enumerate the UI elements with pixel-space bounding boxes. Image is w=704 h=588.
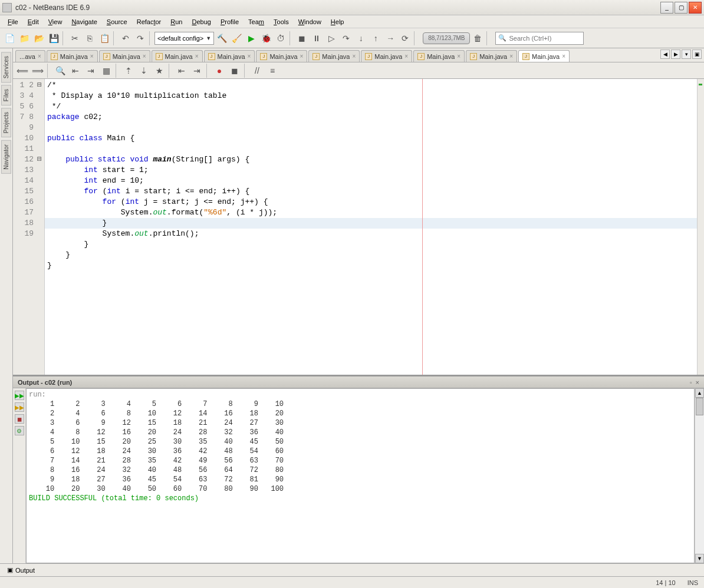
settings-button[interactable]: ⚙ bbox=[15, 426, 24, 435]
maximize-editor-button[interactable]: ▣ bbox=[692, 49, 702, 59]
apply-changes-button[interactable]: ⟳ bbox=[398, 31, 412, 45]
menu-navigate[interactable]: Navigate bbox=[67, 17, 101, 27]
output-close-icon[interactable]: × bbox=[696, 379, 699, 386]
menu-file[interactable]: File bbox=[4, 17, 22, 27]
stop-button[interactable]: ◼ bbox=[15, 414, 24, 424]
bottom-tab-output[interactable]: ▣ Output bbox=[4, 565, 38, 575]
macro-record-button[interactable]: ● bbox=[212, 64, 226, 78]
file-tab[interactable]: JMain.java× bbox=[47, 50, 98, 62]
nav-back-button[interactable]: ⟸ bbox=[15, 64, 29, 78]
file-tab[interactable]: JMain.java× bbox=[308, 50, 360, 62]
uncomment-button[interactable]: ≡ bbox=[265, 64, 279, 78]
menu-run[interactable]: Run bbox=[166, 17, 186, 27]
debug-stop-button[interactable]: ◼ bbox=[295, 31, 309, 45]
fold-icon[interactable]: ⊟ bbox=[37, 154, 42, 165]
prev-bookmark-button[interactable]: ⇡ bbox=[121, 64, 136, 78]
dock-tab-navigator[interactable]: Navigator bbox=[1, 140, 11, 174]
clean-build-button[interactable]: 🧹 bbox=[229, 31, 244, 45]
rerun-alt-button[interactable]: ▶▶ bbox=[15, 402, 24, 412]
dock-tab-services[interactable]: Services bbox=[1, 52, 11, 82]
next-bookmark-button[interactable]: ⇣ bbox=[137, 64, 151, 78]
toggle-highlight-button[interactable]: ▦ bbox=[99, 64, 113, 78]
new-file-button[interactable]: 📄 bbox=[2, 31, 17, 45]
menu-window[interactable]: Window bbox=[294, 17, 325, 27]
step-over-button[interactable]: ↷ bbox=[339, 31, 353, 45]
close-icon[interactable]: × bbox=[562, 53, 565, 60]
tab-list-button[interactable]: ▾ bbox=[682, 49, 691, 59]
new-project-button[interactable]: 📁 bbox=[17, 31, 31, 45]
find-next-button[interactable]: ⇥ bbox=[84, 64, 98, 78]
paste-button[interactable]: 📋 bbox=[97, 31, 111, 45]
scroll-thumb[interactable] bbox=[696, 398, 703, 415]
cut-button[interactable]: ✂ bbox=[68, 31, 82, 45]
file-tab[interactable]: JMain.java× bbox=[413, 50, 465, 62]
debug-continue-button[interactable]: ▷ bbox=[324, 31, 338, 45]
menu-refactor[interactable]: Refactor bbox=[133, 17, 166, 27]
shift-right-button[interactable]: ⇥ bbox=[190, 64, 204, 78]
run-to-cursor-button[interactable]: → bbox=[383, 31, 397, 45]
undo-button[interactable]: ↶ bbox=[119, 31, 133, 45]
comment-button[interactable]: // bbox=[250, 64, 264, 78]
find-selection-button[interactable]: 🔍 bbox=[53, 64, 67, 78]
config-combo[interactable]: <default config> ▼ bbox=[154, 32, 214, 45]
menu-debug[interactable]: Debug bbox=[187, 17, 215, 27]
output-minimize-icon[interactable]: ◦ bbox=[690, 379, 692, 386]
shift-left-button[interactable]: ⇤ bbox=[175, 64, 189, 78]
copy-button[interactable]: ⎘ bbox=[83, 31, 97, 45]
build-button[interactable]: 🔨 bbox=[215, 31, 229, 45]
tab-scroll-right-button[interactable]: ▶ bbox=[671, 49, 680, 59]
code-editor[interactable]: 1 2 3 4 5 6 7 8 9 10 11 12 13 14 15 16 1… bbox=[13, 79, 704, 375]
find-prev-button[interactable]: ⇤ bbox=[68, 64, 83, 78]
fold-icon[interactable]: ⊟ bbox=[37, 80, 42, 91]
close-icon[interactable]: × bbox=[195, 53, 199, 60]
file-tab[interactable]: JMain.java× bbox=[466, 50, 517, 62]
search-input[interactable] bbox=[509, 35, 581, 42]
redo-button[interactable]: ↷ bbox=[133, 31, 147, 45]
file-tab[interactable]: JMain.java× bbox=[256, 50, 307, 62]
close-icon[interactable]: × bbox=[300, 53, 304, 60]
close-icon[interactable]: × bbox=[248, 53, 251, 60]
rerun-button[interactable]: ▶▶ bbox=[15, 391, 24, 400]
debug-button[interactable]: 🐞 bbox=[259, 31, 273, 45]
output-console[interactable]: run: 1 2 3 4 5 6 7 8 9 10 2 4 6 8 10 12 … bbox=[26, 388, 695, 563]
close-icon[interactable]: × bbox=[143, 53, 146, 60]
menu-tools[interactable]: Tools bbox=[269, 17, 293, 27]
file-tab[interactable]: JMain.java× bbox=[204, 50, 255, 62]
close-icon[interactable]: × bbox=[90, 53, 94, 60]
close-icon[interactable]: × bbox=[457, 53, 460, 60]
profile-button[interactable]: ⏱ bbox=[274, 31, 288, 45]
scroll-down-icon[interactable]: ▼ bbox=[695, 554, 704, 563]
macro-stop-button[interactable]: ◼ bbox=[228, 64, 242, 78]
error-stripe[interactable] bbox=[697, 79, 704, 375]
tab-scroll-left-button[interactable]: ◀ bbox=[660, 49, 670, 59]
toggle-bookmark-button[interactable]: ★ bbox=[152, 64, 166, 78]
close-button[interactable]: ✕ bbox=[689, 2, 702, 14]
menu-source[interactable]: Source bbox=[103, 17, 131, 27]
menu-edit[interactable]: Edit bbox=[24, 17, 43, 27]
open-button[interactable]: 📂 bbox=[32, 31, 46, 45]
gc-button[interactable]: 🗑 bbox=[471, 31, 485, 45]
run-button[interactable]: ▶ bbox=[244, 31, 258, 45]
save-all-button[interactable]: 💾 bbox=[47, 31, 61, 45]
file-tab[interactable]: JMain.java× bbox=[152, 50, 203, 62]
file-tab[interactable]: JMain.java× bbox=[361, 50, 412, 62]
dock-tab-projects[interactable]: Projects bbox=[1, 108, 11, 137]
step-out-button[interactable]: ↑ bbox=[369, 31, 383, 45]
file-tab-overflow[interactable]: ...ava × bbox=[15, 50, 45, 62]
menu-team[interactable]: Team bbox=[244, 17, 268, 27]
maximize-button[interactable]: ▢ bbox=[675, 2, 687, 14]
menu-profile[interactable]: Profile bbox=[216, 17, 243, 27]
menu-view[interactable]: View bbox=[44, 17, 67, 27]
close-icon[interactable]: × bbox=[509, 53, 513, 60]
close-icon[interactable]: × bbox=[352, 53, 356, 60]
debug-pause-button[interactable]: ⏸ bbox=[310, 31, 324, 45]
step-into-button[interactable]: ↓ bbox=[354, 31, 368, 45]
code-area[interactable]: /* * Display a 10*10 multiplication tabl… bbox=[45, 79, 697, 375]
close-icon[interactable]: × bbox=[404, 53, 408, 60]
nav-forward-button[interactable]: ⟹ bbox=[31, 64, 45, 78]
scroll-up-icon[interactable]: ▲ bbox=[695, 388, 704, 398]
memory-indicator[interactable]: 88,7/123,7MB bbox=[423, 32, 470, 44]
output-scrollbar[interactable]: ▲ ▼ bbox=[695, 388, 704, 563]
minimize-button[interactable]: _ bbox=[660, 2, 673, 14]
output-titlebar[interactable]: Output - c02 (run) ◦ × bbox=[13, 376, 704, 388]
